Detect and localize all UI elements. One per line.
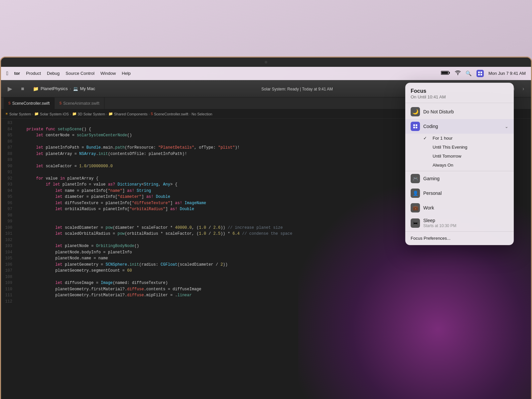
sleep-label: Sleep [423,218,508,223]
bc-solar-system[interactable]: Solar System [9,112,31,116]
gaming-icon: 🎮 [411,174,420,183]
focus-item-gaming[interactable]: 🎮 Gaming [405,171,514,186]
nav-forward[interactable]: › [520,84,527,93]
submenu-item-1hour[interactable]: ✓ For 1 hour [405,134,514,143]
bc-shared-components[interactable]: Shared Components [114,112,148,116]
dnd-label: Do Not Disturb [423,109,508,114]
search-icon[interactable]: 🔍 [466,70,472,76]
menu-item-window[interactable]: Window [100,71,116,76]
focus-item-dnd[interactable]: 🌙 Do Not Disturb [405,104,514,119]
svg-rect-2 [441,71,448,74]
gaming-label: Gaming [423,176,508,181]
bc-no-selection: No Selection [192,112,212,116]
label-always: Always On [433,163,453,168]
camera-notch [1,58,531,67]
coding-submenu: ✓ For 1 hour Until This Evening Until To… [405,134,514,171]
laptop-frame:  tor Product Debug Source Control Windo… [0,57,532,399]
focus-header: Focus On Until 10:41 AM [405,83,514,103]
menu-bar-time: Mon Jun 7 9:41 AM [488,71,526,76]
submenu-item-always[interactable]: Always On [405,161,514,171]
my-mac-label: My Mac [80,86,95,91]
focus-title: Focus [411,88,508,94]
battery-icon [441,70,450,76]
run-button[interactable]: ▶ [5,84,15,94]
menu-item-help[interactable]: Help [122,71,131,76]
focus-item-coding[interactable]: Coding ⌄ [405,119,514,134]
coding-chevron-icon: ⌄ [505,124,508,129]
status-text: Solar System: Ready | Today at 9:41 AM [261,87,333,91]
submenu-item-tomorrow[interactable]: Until Tomorrow [405,152,514,161]
screen:  tor Product Debug Source Control Windo… [1,67,531,399]
coding-icon [411,122,420,131]
coding-label: Coding [423,124,501,129]
svg-rect-9 [413,127,415,128]
focus-preferences: Focus Preferences... [405,232,514,245]
project-name: PlanetPhysics [41,86,68,91]
focus-preferences-link[interactable]: Focus Preferences... [411,236,451,241]
focus-item-personal[interactable]: 👤 Personal [405,186,514,200]
sleep-sublabel: Starts at 10:30 PM [423,223,508,228]
stop-button[interactable]: ■ [18,84,28,94]
bc-scene-controller[interactable]: SceneController.swift [154,112,188,116]
menu-item-tor[interactable]: tor [14,71,20,76]
svg-rect-10 [416,127,417,128]
dnd-icon: 🌙 [411,107,420,116]
bc-solar-system-ios[interactable]: Solar System iOS [40,112,69,116]
personal-label: Personal [423,191,508,196]
label-1hour: For 1 hour [433,136,453,141]
focus-subtitle: On Until 10:41 AM [411,94,508,99]
focus-item-sleep[interactable]: 🛏 Sleep Starts at 10:30 PM [405,215,514,231]
svg-rect-8 [416,124,417,126]
menu-bar-right: 🔍 Mon Jun 7 9:41 AM [441,70,526,77]
personal-icon: 👤 [411,189,420,198]
work-label: Work [423,205,508,210]
submenu-item-evening[interactable]: Until This Evening [405,143,514,152]
project-breadcrumb: 📁 PlanetPhysics › 💻 My Mac [33,86,95,91]
focus-menu-icon[interactable] [476,70,484,77]
file-tab-scene-controller[interactable]: S SceneController.swift [4,97,55,109]
wifi-icon [455,70,461,76]
focus-panel: Focus On Until 10:41 AM 🌙 Do Not Disturb [405,83,514,245]
menu-item-product[interactable]: Product [26,71,41,76]
label-tomorrow: Until Tomorrow [433,154,461,159]
menu-item-debug[interactable]: Debug [47,71,60,76]
svg-rect-5 [478,74,480,75]
menu-bar-left:  tor Product Debug Source Control Windo… [6,70,131,76]
focus-item-work[interactable]: 💼 Work [405,200,514,215]
apple-logo[interactable]:  [6,70,8,76]
svg-rect-6 [480,74,482,75]
menu-item-source-control[interactable]: Source Control [66,71,94,76]
bc-3d-solar-system[interactable]: 3D Solar System [78,112,105,116]
sleep-icon: 🛏 [411,218,420,228]
svg-rect-3 [478,71,480,73]
svg-rect-4 [480,71,482,73]
check-1hour: ✓ [423,136,429,141]
svg-rect-1 [449,72,450,73]
svg-rect-7 [413,124,415,126]
file-tab-scene-animator[interactable]: S SceneAnimator.swift [55,97,104,109]
label-evening: Until This Evening [433,145,467,150]
menu-bar:  tor Product Debug Source Control Windo… [1,67,531,80]
work-icon: 💼 [411,203,420,212]
